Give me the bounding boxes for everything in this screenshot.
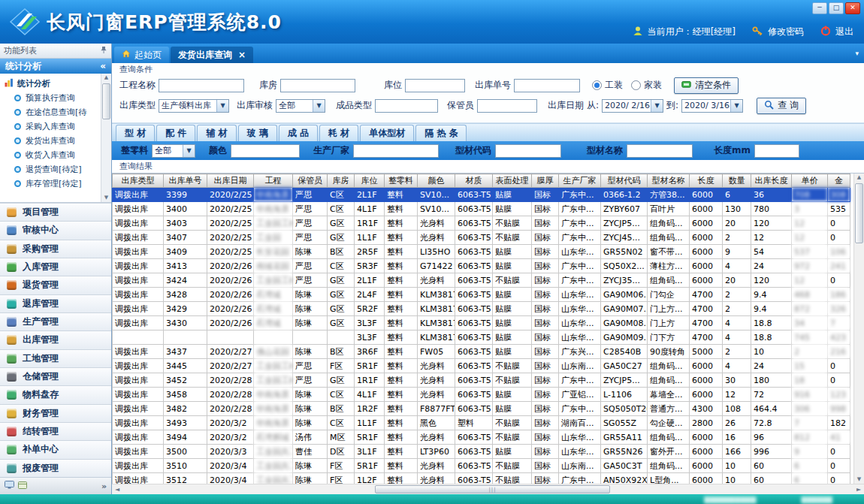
tree-scrollbar[interactable]: ▲ ▼ [101, 74, 111, 202]
sidebar-menu-item[interactable]: 审核中心 [0, 221, 111, 239]
project-name-input[interactable] [159, 79, 244, 92]
material-tab[interactable]: 型 材 [116, 125, 155, 141]
table-row[interactable]: 调拨出库35002020/3/3工业园共工程曹佳D区3L1F整料LT3P6060… [113, 445, 850, 459]
column-header[interactable]: 库房 [328, 174, 355, 188]
tree-item[interactable]: 发货出库查询 [5, 134, 101, 148]
column-header[interactable]: 颜色 [418, 174, 455, 188]
chevron-down-icon[interactable]: ▼ [730, 100, 742, 112]
table-row[interactable]: 调拨出库34522020/2/28工业园工程严思G区1R1F整料光身料6063-… [113, 373, 850, 388]
table-row[interactable]: 调拨出库35122020/3/4工业园共工程陈琳F区1L2F整料光身料6063-… [113, 473, 850, 484]
color-input[interactable] [231, 144, 300, 158]
table-row[interactable]: 3L3F整料KLM38176063-T5贴膜国标山东华...GA90M09...… [113, 330, 850, 345]
radio-gongzhuang[interactable] [592, 80, 602, 90]
tree-root-statistics[interactable]: 统计分析 [5, 77, 101, 91]
collapse-icon[interactable]: « [100, 61, 106, 71]
scroll-up-icon[interactable]: ▲ [104, 74, 108, 82]
chevron-down-icon[interactable]: ▼ [313, 100, 325, 112]
scrollbar-thumb[interactable]: ||| [375, 485, 609, 493]
product-type-input[interactable] [375, 99, 438, 113]
chevron-down-icon[interactable]: ▼ [651, 100, 663, 112]
panel-icon[interactable] [18, 481, 27, 491]
material-tab[interactable]: 隔 热 条 [415, 125, 467, 141]
scroll-right-icon[interactable]: ► [853, 486, 864, 493]
material-tab[interactable]: 成 品 [279, 125, 318, 141]
horizontal-scrollbar[interactable]: ◄ ||| ► [112, 484, 864, 494]
radio-jiazhuang[interactable] [631, 80, 641, 90]
monitor-icon[interactable] [5, 481, 14, 491]
material-tab[interactable]: 耗 材 [319, 125, 358, 141]
warehouse-input[interactable] [280, 79, 355, 92]
table-row[interactable]: 调拨出库34242020/2/26工业园工程严思G区2L1F整料光身料6063-… [113, 273, 850, 288]
out-type-select[interactable]: 生产领料出库 ▼ [159, 99, 229, 113]
length-input[interactable] [754, 144, 799, 158]
scrollbar-thumb[interactable] [102, 83, 110, 119]
scrollbar-thumb[interactable] [855, 183, 863, 243]
table-row[interactable]: 调拨出库34282020/2/26石湾城陈琳G区2L4F整料KLM3817606… [113, 288, 850, 302]
date-from-picker[interactable]: 2020/ 2/16 ▼ [602, 99, 663, 113]
table-row[interactable]: 调拨出库34292020/2/26石湾城陈琳G区5R2F整料KLM3817606… [113, 302, 850, 316]
profile-name-input[interactable] [627, 144, 693, 158]
maximize-button[interactable]: □ [829, 2, 844, 14]
column-header[interactable]: 数量 [723, 174, 751, 188]
column-header[interactable]: 出库日期 [207, 174, 254, 188]
sidebar-menu-item[interactable]: 退货管理 [0, 276, 111, 294]
profile-code-input[interactable] [495, 144, 561, 158]
table-row[interactable]: 调拨出库34132020/2/26南城花园严思C区5R3F整料G71422606… [113, 259, 850, 273]
location-input[interactable] [405, 79, 465, 92]
tab-start-page[interactable]: 起始页 [114, 47, 169, 63]
scroll-left-icon[interactable]: ◄ [112, 486, 122, 493]
column-header[interactable]: 出库长度 [751, 174, 792, 188]
date-to-picker[interactable]: 2020/ 3/16 ▼ [681, 99, 743, 113]
tree-item[interactable]: 收货入库查询 [5, 148, 101, 162]
chevron-down-icon[interactable]: ▼ [216, 100, 228, 112]
column-header[interactable]: 型材代码 [601, 174, 648, 188]
keeper-input[interactable] [477, 99, 537, 113]
minimize-button[interactable]: ─ [812, 2, 827, 14]
sidebar-menu-item[interactable]: 工地管理 [0, 349, 111, 367]
sidebar-menu-item[interactable]: 财务管理 [0, 404, 111, 422]
column-header[interactable]: 整零料 [385, 174, 418, 188]
tree-item[interactable]: 预算执行查询 [5, 91, 101, 105]
table-row[interactable]: 调拨出库34822020/2/28华南海原陈琳B区1R2F整料F8877FT60… [113, 402, 850, 416]
sidebar-menu-item[interactable]: 报废管理 [0, 459, 111, 477]
column-header[interactable]: 出库单号 [164, 174, 207, 188]
tree-item[interactable]: 库存管理[待定] [5, 177, 101, 191]
sidebar-menu-item[interactable]: 退库管理 [0, 294, 111, 312]
change-password-button[interactable]: 修改密码 [768, 26, 804, 38]
table-row[interactable]: 调拨出库34582020/2/28华南海原陈琳C区4L1F整料光身料6063-T… [113, 388, 850, 402]
pin-icon[interactable] [100, 46, 107, 56]
table-row[interactable]: 调拨出库34302020/2/26石湾城陈琳G区3L3F整料KLM3817606… [113, 316, 850, 330]
audit-select[interactable]: 全部 ▼ [276, 99, 325, 113]
sidebar-menu-item[interactable]: 补单中心 [0, 440, 111, 458]
table-row[interactable]: 调拨出库34092020/2/25长安花园陈琳B区2R5F整料LI35HO606… [113, 245, 850, 259]
order-no-input[interactable] [514, 79, 580, 92]
table-row[interactable]: 调拨出库34932020/3/2华南海原陈琳C区1L1F整料黑色塑料不贴膜国标湖… [113, 416, 850, 430]
sidebar-menu-item[interactable]: 项目管理 [0, 203, 111, 221]
sidebar-menu-item[interactable]: 仓储管理 [0, 367, 111, 385]
column-header[interactable]: 型材名称 [648, 174, 690, 188]
column-header[interactable]: 长度 [690, 174, 723, 188]
scroll-down-icon[interactable]: ▼ [857, 475, 861, 484]
table-row[interactable]: 调拨出库34072020/2/25工业园严思G区1L1F整料光身料6063-T5… [113, 231, 850, 245]
sidebar-menu-item[interactable]: 采购管理 [0, 240, 111, 258]
material-tab[interactable]: 玻 璃 [238, 125, 277, 141]
column-header[interactable]: 库位 [355, 174, 385, 188]
expand-icon[interactable]: » [101, 481, 107, 491]
column-header[interactable]: 金 [828, 174, 850, 188]
sidebar-menu-item[interactable]: 结转管理 [0, 422, 111, 440]
column-header[interactable]: 保管员 [293, 174, 328, 188]
table-row[interactable]: 调拨出库34942020/3/2石湾辉城汤伟M区5R1F整料光身料6063-T5… [113, 430, 850, 445]
column-header[interactable]: 生产厂家 [559, 174, 601, 188]
sidebar-menu-item[interactable]: 生产管理 [0, 312, 111, 330]
clear-conditions-button[interactable]: 清空条件 [674, 77, 739, 94]
column-header[interactable]: 出库类型 [113, 174, 164, 188]
tree-item[interactable]: 采购入库查询 [5, 119, 101, 134]
column-header[interactable]: 单价 [792, 174, 828, 188]
table-row[interactable]: 调拨出库34452020/2/27工业园工程严思F区5R1F整料光身料6063-… [113, 359, 850, 373]
tree-item[interactable]: 退货查询[待定] [5, 162, 101, 177]
material-tab[interactable]: 单体型材 [360, 125, 414, 141]
sidebar-menu-item[interactable]: 入库管理 [0, 258, 111, 276]
column-header[interactable]: 工程 [254, 174, 293, 188]
tab-list-dropdown-icon[interactable]: ▾ [855, 50, 859, 57]
vertical-scrollbar[interactable]: ▲ ▼ [853, 174, 864, 484]
